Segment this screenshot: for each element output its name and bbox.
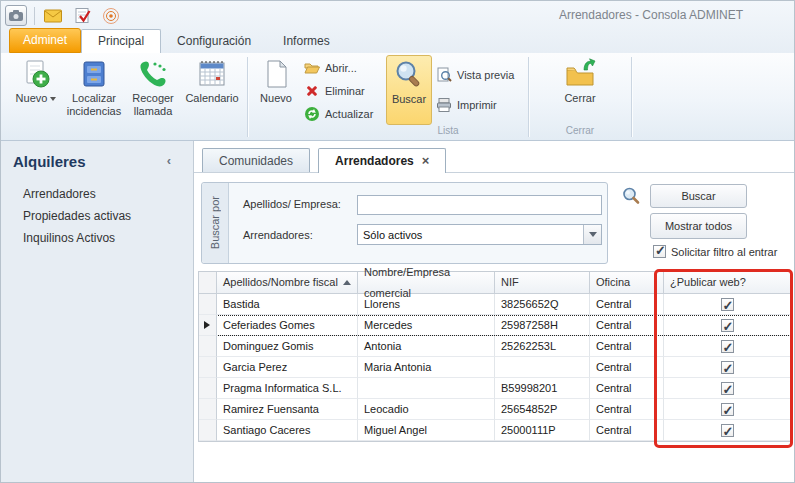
table-row[interactable]: Pragma Informatica S.L. B59998201 Centra…	[199, 378, 791, 399]
printer-icon	[436, 97, 452, 113]
column-header-publicar-web[interactable]: ¿Publicar web?	[664, 272, 791, 294]
publicar-web-checkbox[interactable]	[721, 382, 734, 395]
cell-nif: 25000111P	[495, 420, 590, 441]
recoger-llamada-button[interactable]: Recoger llamada	[125, 55, 181, 125]
apellidos-empresa-label: Apellidos/ Empresa:	[243, 198, 341, 210]
publicar-web-checkbox[interactable]	[721, 361, 734, 374]
cell-nombre: Mercedes	[358, 315, 495, 336]
cell-publicar-web	[664, 378, 791, 399]
publicar-web-checkbox[interactable]	[721, 340, 734, 353]
tab-principal[interactable]: Principal	[81, 29, 161, 53]
solicitar-filtro-checkbox[interactable]	[653, 245, 666, 258]
cell-oficina: Central	[590, 315, 664, 336]
cell-publicar-web	[664, 294, 791, 315]
table-row[interactable]: Dominguez Gomis Antonia 25262253L Centra…	[199, 336, 791, 357]
abrir-button[interactable]: Abrir...	[300, 58, 386, 78]
buscar-button[interactable]: Buscar	[650, 184, 747, 208]
cell-publicar-web	[664, 336, 791, 357]
lista-group-label: Lista	[252, 125, 524, 138]
sidebar: Alquileres ‹ ArrendadoresPropiedades act…	[1, 141, 194, 483]
nuevo-dropdown-button[interactable]: Nuevo	[9, 55, 63, 125]
ribbon-tab-row: Adminet Principal Configuración Informes	[1, 29, 794, 53]
localizar-incidencias-button[interactable]: Localizar incidencias	[63, 55, 125, 125]
mostrar-todos-label: Mostrar todos	[665, 220, 732, 232]
column-header-nombre[interactable]: Nombre/Empresa comercial	[358, 272, 495, 294]
column-header-label: NIF	[501, 272, 519, 293]
solicitar-filtro-row: Solicitar filtro al entrar	[653, 245, 777, 258]
column-header-label: Apellidos/Nombre fiscal	[223, 272, 338, 293]
eliminar-button[interactable]: Eliminar	[300, 81, 386, 101]
mail-button[interactable]	[42, 5, 64, 26]
arrendadores-select[interactable]: Sólo activos	[357, 224, 602, 245]
actualizar-button[interactable]: Actualizar	[300, 104, 386, 124]
refresh-icon	[304, 106, 320, 122]
buscar-por-label: Buscar por	[209, 196, 221, 249]
cell-oficina: Central	[590, 420, 664, 441]
quick-access-toolbar	[5, 4, 122, 27]
column-header-nif[interactable]: NIF	[495, 272, 590, 294]
table-row[interactable]: Ramirez Fuensanta Leocadio 25654852P Cen…	[199, 399, 791, 420]
mostrar-todos-button[interactable]: Mostrar todos	[650, 213, 747, 239]
column-header-oficina[interactable]: Oficina	[590, 272, 664, 294]
table-row[interactable]: Bastida Llorens 38256652Q Central	[199, 294, 791, 315]
window-title: Arrendadores - Consola ADMINET	[481, 8, 795, 22]
arrendadores-label: Arrendadores:	[243, 229, 313, 241]
tab-comunidades[interactable]: Comunidades	[202, 148, 310, 172]
table-row[interactable]: Santiago Caceres Miguel Angel 25000111P …	[199, 420, 791, 441]
camera-icon	[8, 9, 24, 23]
buscar-button-label: Buscar	[681, 190, 715, 202]
table-row[interactable]: Garcia Perez Maria Antonia Central	[199, 357, 791, 378]
cell-nombre	[358, 378, 495, 399]
ribbon-group-nuevo: Nuevo Localizar incidencias Recoger llam…	[1, 53, 246, 140]
publicar-web-checkbox[interactable]	[721, 424, 734, 437]
group-separator	[631, 57, 632, 137]
publicar-web-checkbox[interactable]	[721, 298, 734, 311]
cell-nombre: Miguel Angel	[358, 420, 495, 441]
magnifier-icon	[393, 59, 425, 91]
mail-icon	[44, 9, 62, 23]
nuevo-lista-button[interactable]: Nuevo	[252, 55, 300, 125]
broadcast-icon	[102, 7, 120, 25]
publicar-web-checkbox[interactable]	[721, 319, 734, 332]
app-menu-button[interactable]	[5, 5, 27, 26]
tab-configuracion[interactable]: Configuración	[161, 30, 267, 53]
tasks-button[interactable]	[71, 5, 93, 26]
tab-label: Comunidades	[219, 154, 293, 168]
cell-publicar-web	[664, 399, 791, 420]
tab-arrendadores[interactable]: Arrendadores ×	[318, 148, 446, 173]
cell-oficina: Central	[590, 399, 664, 420]
collapse-sidebar-button[interactable]: ‹	[167, 153, 171, 168]
apellidos-empresa-input[interactable]	[357, 195, 602, 215]
sidebar-item[interactable]: Arrendadores	[23, 183, 185, 205]
column-header-apellidos[interactable]: Apellidos/Nombre fiscal	[217, 272, 358, 294]
blank-document-icon	[260, 58, 292, 90]
phone-icon	[137, 58, 169, 90]
publicar-web-checkbox[interactable]	[721, 403, 734, 416]
table-row[interactable]: Ceferiades Gomes Mercedes 25987258H Cent…	[199, 315, 791, 336]
cell-nif: 25987258H	[495, 315, 590, 336]
broadcast-button[interactable]	[100, 5, 122, 26]
sidebar-item[interactable]: Propiedades activas	[23, 205, 185, 227]
ribbon-group-lista: Nuevo Abrir... Eliminar Actualizar	[249, 53, 527, 140]
imprimir-button[interactable]: Imprimir	[432, 95, 524, 115]
tab-adminet[interactable]: Adminet	[9, 28, 81, 53]
sidebar-items: ArrendadoresPropiedades activasInquilino…	[23, 183, 185, 249]
ribbon-group-cerrar: Cerrar Cerrar	[530, 53, 630, 140]
buscar-ribbon-button[interactable]: Buscar	[386, 55, 432, 125]
cell-publicar-web	[664, 357, 791, 378]
cell-nombre: Llorens	[358, 294, 495, 315]
close-tab-icon[interactable]: ×	[422, 156, 430, 166]
column-header-label: Oficina	[596, 272, 630, 293]
tab-informes[interactable]: Informes	[267, 30, 346, 53]
cell-nif: B59998201	[495, 378, 590, 399]
vista-previa-button[interactable]: Vista previa	[432, 65, 524, 85]
combo-dropdown-button[interactable]	[583, 225, 601, 244]
cell-apellidos: Ceferiades Gomes	[217, 315, 358, 336]
row-indicator-cell	[199, 336, 217, 357]
row-indicator-cell	[199, 294, 217, 315]
buscar-por-vertical-tab[interactable]: Buscar por	[202, 183, 229, 263]
cell-nif: 25262253L	[495, 336, 590, 357]
cerrar-button[interactable]: Cerrar	[553, 55, 607, 125]
sidebar-item[interactable]: Inquilinos Activos	[23, 227, 185, 249]
calendario-button[interactable]: Calendario	[181, 55, 243, 125]
